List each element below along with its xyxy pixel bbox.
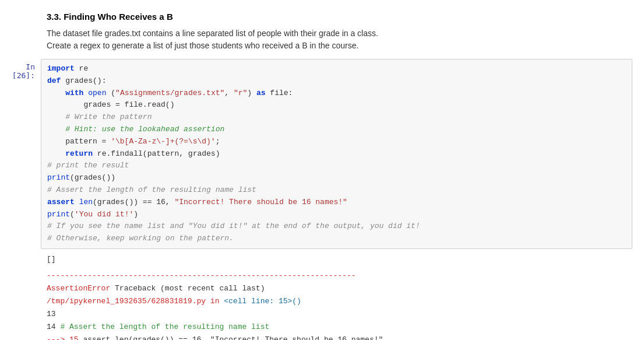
section-description: The dataset file grades.txt contains a l… (47, 27, 621, 52)
cell-code-block[interactable]: import re def grades(): with open ("Assi… (41, 59, 632, 249)
traceback-label: Traceback (most recent call last) (115, 284, 265, 293)
output-block: [] (47, 254, 632, 266)
traceback-header: AssertionError Traceback (most recent ca… (47, 282, 632, 295)
traceback-cell-link: <cell line: 15>() (224, 297, 301, 306)
traceback-file: /tmp/ipykernel_1932635/628831819.py in <… (47, 295, 632, 308)
traceback-dashes: ----------------------------------------… (47, 269, 632, 282)
traceback-line13: 13 (47, 308, 632, 321)
description-line1: The dataset file grades.txt contains a l… (47, 27, 621, 40)
cell-label: In [26]: (0, 59, 41, 80)
page: 3.3. Finding Who Receives a B The datase… (0, 0, 644, 340)
code-cell: In [26]: import re def grades(): with op… (0, 59, 644, 249)
traceback-line14: 14 # Assert the length of the resulting … (47, 321, 632, 334)
traceback-error-type: AssertionError (47, 284, 110, 293)
section-title: 3.3. Finding Who Receives a B (47, 12, 644, 22)
traceback-block: ----------------------------------------… (47, 269, 632, 340)
traceback-arrow: ---> 15 (47, 335, 83, 340)
output-empty-list: [] (47, 255, 56, 264)
traceback-line15-code: assert len(grades()) == 16, "Incorrect! … (83, 335, 383, 340)
traceback-path: /tmp/ipykernel_1932635/628831819.py in (47, 297, 219, 306)
description-line2: Create a regex to generate a list of jus… (47, 40, 621, 52)
code-content: import re def grades(): with open ("Assi… (47, 63, 626, 245)
traceback-line14-prefix: 14 (47, 323, 60, 331)
traceback-line15: ---> 15 assert len(grades()) == 16, "Inc… (47, 334, 632, 340)
traceback-line14-comment: # Assert the length of the resulting nam… (60, 323, 269, 331)
